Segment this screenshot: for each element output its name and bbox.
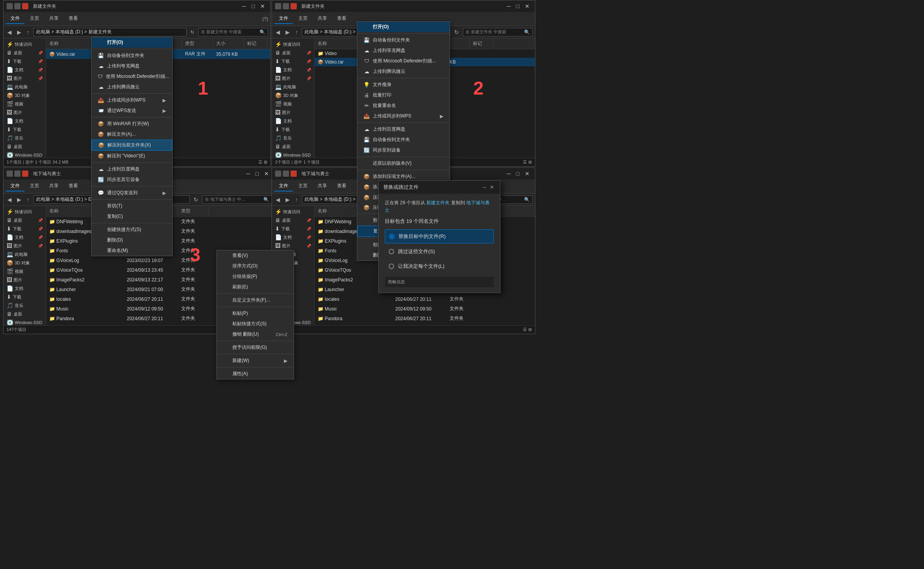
minimize-btn-br[interactable]: ─ — [505, 170, 513, 178]
sidebar-pc-tl[interactable]: 💻此电脑 — [3, 83, 46, 91]
sidebar-3d-bl[interactable]: 📦3D 对象 — [3, 259, 46, 267]
minimize-btn-tr[interactable]: ─ — [505, 2, 513, 10]
ctx3-sort[interactable]: 排序方式(O) — [217, 261, 294, 271]
tab-home-br[interactable]: 主页 — [294, 181, 312, 191]
dialog-option-skip[interactable]: 跳过这些文件(S) — [385, 245, 494, 258]
ctx2-upload-deng[interactable]: ☁ 上传到等克网盘 — [357, 45, 450, 56]
ctx2-weiyun[interactable]: ☁ 上传到腾讯微云 — [357, 66, 450, 77]
ctx3-paste-shortcut[interactable]: 粘贴快捷方式(S) — [217, 319, 294, 329]
ctx1-extract[interactable]: 📦 解压文件(A)... — [92, 129, 172, 140]
file-locales-br[interactable]: 📁 locales2024/06/27 20:11文件夹 — [315, 294, 535, 304]
sidebar-dl2-tr[interactable]: ⬇下载 — [272, 125, 314, 134]
ctx2-sync-dev[interactable]: 🔄 同步至到设备 — [357, 145, 450, 155]
ctx2-slim[interactable]: 💡 文件瘦身 — [357, 79, 450, 90]
ctx2-open[interactable]: 打开(O) — [357, 22, 450, 32]
tab-home-bl[interactable]: 主页 — [25, 181, 44, 191]
view-grid-icon-tr[interactable]: ⊞ — [528, 160, 532, 165]
ctx3-refresh[interactable]: 刷新(E) — [217, 282, 294, 292]
tab-share-br[interactable]: 共享 — [313, 181, 332, 191]
ctx2-baidu[interactable]: ☁ 上传到百度网盘 — [357, 124, 450, 134]
ctx1-extract-here[interactable]: 📦 解压到当前文件夹(X) — [92, 140, 172, 151]
ctx1-delete[interactable]: 删除(D) — [92, 235, 172, 245]
view-list-icon-tr[interactable]: ☰ — [523, 160, 527, 165]
sidebar-dl-bl[interactable]: ⬇下载📌 — [3, 224, 46, 233]
dialog-source-link[interactable]: 新建文件夹 — [426, 200, 450, 205]
sidebar-dl-br[interactable]: ⬇下载📌 — [272, 224, 314, 233]
nav-up-tr[interactable]: ↑ — [294, 28, 299, 36]
sidebar-desktop-bl[interactable]: 🖥桌面📌 — [3, 216, 46, 224]
sidebar-3d-tr[interactable]: 📦3D 对象 — [272, 91, 314, 100]
tab-share-tr[interactable]: 共享 — [313, 14, 332, 24]
sidebar-winssd-tl[interactable]: 💽Windows-SSD — [3, 151, 46, 158]
ctx1-weiyun[interactable]: ☁ 上传到腾讯微云 — [92, 82, 172, 92]
ctx2-backup[interactable]: 💾 自动备份到文件夹 — [357, 35, 450, 45]
sidebar-pc-tr[interactable]: 💻此电脑 — [272, 83, 314, 91]
sidebar-docs2-tr[interactable]: 📄文档 — [272, 117, 314, 125]
sidebar-qa-br[interactable]: ⚡快速访问 — [272, 207, 314, 216]
sidebar-download-tl[interactable]: ⬇下载📌 — [3, 57, 46, 66]
view-list-icon-br[interactable]: ☰ — [523, 327, 527, 332]
sidebar-vid-bl[interactable]: 🎬视频 — [3, 267, 46, 276]
sidebar-pics2-bl[interactable]: 🖼图片 — [3, 276, 46, 284]
view-list-icon-tl[interactable]: ☰ — [258, 160, 262, 165]
ctx1-backup[interactable]: 💾 自动备份到文件夹 — [92, 50, 172, 61]
file-Pandora-br[interactable]: 📁 Pandora2024/06/27 20:11文件夹 — [315, 314, 535, 323]
view-grid-icon-tl[interactable]: ⊞ — [264, 160, 267, 165]
ctx2-batch-rename[interactable]: ✏ 批量重命名 — [357, 100, 450, 111]
sidebar-desktop-br[interactable]: 🖥桌面📌 — [272, 216, 314, 224]
minimize-btn-bl[interactable]: ─ — [244, 170, 253, 178]
maximize-btn-tl[interactable]: □ — [249, 2, 257, 10]
ctx2-restore-ver[interactable]: 还原以前的版本(V) — [357, 158, 450, 169]
ctx1-defender[interactable]: 🛡 使用 Microsoft Defender扫描... — [92, 71, 172, 82]
sidebar-pics-br[interactable]: 🖼图片📌 — [272, 241, 314, 250]
ctx3-properties[interactable]: 属性(A) — [217, 369, 294, 379]
dialog-close-btn[interactable]: ✕ — [488, 184, 495, 190]
nav-forward-br[interactable]: ▶ — [284, 196, 291, 203]
sidebar-dl-tr[interactable]: ⬇下载📌 — [272, 57, 314, 66]
sidebar-desktop2-bl[interactable]: 🖥桌面 — [3, 310, 46, 318]
search-tr[interactable]: 在 新建文件夹 中搜索 🔍 — [463, 28, 533, 36]
maximize-btn-bl[interactable]: □ — [253, 170, 261, 178]
sidebar-pics-tr[interactable]: 🖼图片📌 — [272, 74, 314, 83]
close-btn-bl[interactable]: ✕ — [262, 170, 271, 178]
ctx1-rename[interactable]: 重命名(M) — [92, 245, 172, 256]
nav-up-bl[interactable]: ↑ — [25, 196, 31, 203]
sidebar-qa-tr[interactable]: ⚡快速访问 — [272, 40, 314, 48]
ctx1-shortcut[interactable]: 创建快捷方式(S) — [92, 224, 172, 235]
ctx1-qq-send[interactable]: 💬 通过QQ发送到 ▶ — [92, 188, 172, 198]
col-mark-tl[interactable]: 标记 — [244, 39, 267, 48]
sidebar-3d-tl[interactable]: 📦3D 对象 — [3, 91, 46, 100]
tab-share-bl[interactable]: 共享 — [45, 181, 63, 191]
path-tl[interactable]: 此电脑 > 本地磁盘 (D:) > 新建文件夹 — [33, 28, 187, 36]
nav-up-br[interactable]: ↑ — [294, 196, 299, 203]
sidebar-music-tl[interactable]: 🎵音乐 — [3, 134, 46, 142]
col-type-bl[interactable]: 类型 — [178, 207, 209, 216]
sidebar-pics-bl[interactable]: 🖼图片📌 — [3, 241, 46, 250]
sidebar-winssd-tr[interactable]: 💽Windows-SSD — [272, 151, 314, 158]
dialog-progress-toggle[interactable]: 简略信息 — [388, 279, 491, 285]
ctx3-customize[interactable]: 自定义文件夹(F)... — [217, 295, 294, 305]
close-btn-br[interactable]: ✕ — [523, 170, 532, 178]
sidebar-dl2-bl[interactable]: ⬇下载 — [3, 293, 46, 301]
ctx2-batch-print[interactable]: 🖨 批量打印 — [357, 90, 450, 100]
close-btn-tl[interactable]: ✕ — [258, 2, 267, 10]
close-btn-tr[interactable]: ✕ — [523, 2, 532, 10]
sidebar-docs-br[interactable]: 📄文档📌 — [272, 233, 314, 241]
sidebar-pics-tl[interactable]: 🖼图片📌 — [3, 74, 46, 83]
nav-up-tl[interactable]: ↑ — [25, 28, 31, 36]
sidebar-pics2-tl[interactable]: 🖼图片 — [3, 108, 46, 117]
file-Music-br[interactable]: 📁 Music2024/09/12 09:50文件夹 — [315, 304, 535, 314]
ctx2-defender[interactable]: 🛡 使用 Microsoft Defender扫描... — [357, 56, 450, 66]
dialog-option-decide[interactable]: 让我决定每个文件(L) — [385, 260, 494, 273]
nav-forward-tr[interactable]: ▶ — [284, 28, 291, 36]
maximize-btn-br[interactable]: □ — [514, 170, 522, 178]
tab-home-tl[interactable]: 主页 — [25, 14, 44, 24]
tab-file-tr[interactable]: 文件 — [274, 14, 293, 24]
sidebar-qa-bl[interactable]: ⚡快速访问 — [3, 207, 46, 216]
refresh-tr[interactable]: ↻ — [453, 28, 460, 36]
tab-view-br[interactable]: 查看 — [332, 181, 351, 191]
sidebar-quickaccess-tl[interactable]: ⚡快速访问 — [3, 40, 46, 48]
ctx1-copy[interactable]: 复制(C) — [92, 211, 172, 222]
tab-view-bl[interactable]: 查看 — [64, 181, 83, 191]
nav-back-br[interactable]: ◀ — [274, 196, 282, 203]
